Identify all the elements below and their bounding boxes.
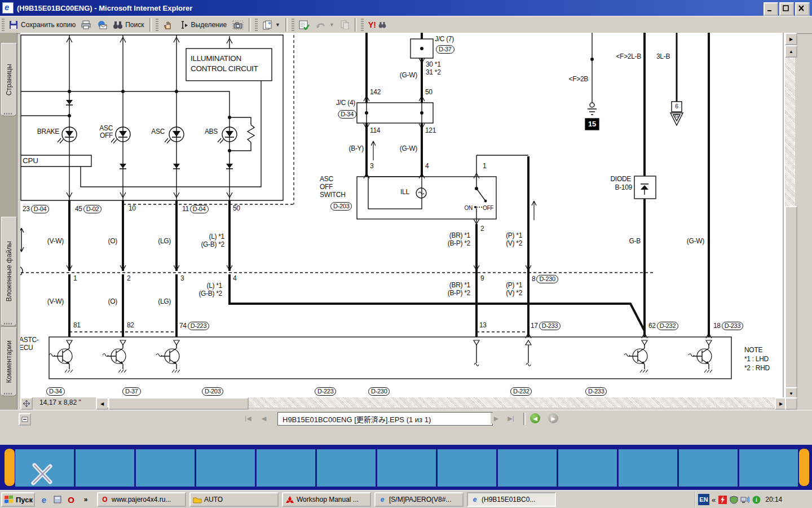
diagram-label: (L) *1 — [209, 233, 224, 240]
save-copy-button[interactable]: Сохранить копию — [6, 19, 78, 31]
email-button[interactable] — [94, 19, 110, 31]
taskbar-button[interactable]: Workshop Manual ... — [282, 492, 371, 507]
diagram-label: (LG) — [158, 238, 171, 245]
select-text-button[interactable]: Выделение — [176, 19, 230, 31]
taskbar-button[interactable]: AUTO — [189, 492, 279, 507]
tray-info-icon[interactable]: i — [752, 495, 761, 504]
quicklaunch-overflow-chevron[interactable]: » — [80, 494, 91, 505]
filmstrip-tile[interactable] — [317, 449, 376, 487]
mini-binoculars-icon — [378, 21, 386, 28]
diagram-label: 3 — [370, 163, 373, 170]
next-page-button[interactable]: ▶ — [491, 413, 502, 424]
pane-split-button[interactable]: ▶ — [785, 33, 797, 45]
diagram-label: D-233 — [584, 387, 607, 396]
filmstrip-tile[interactable] — [15, 449, 74, 487]
diagram-label: G — [675, 113, 678, 119]
diagram-label: 1 — [483, 163, 486, 170]
diagram-label: ON — [465, 204, 473, 212]
filmstrip-tile[interactable] — [257, 449, 315, 487]
yahoo-icon: Y! — [368, 20, 376, 29]
tray-shield-icon[interactable] — [729, 495, 738, 504]
diagram-label: OFF — [483, 204, 493, 212]
diagram-label: OFF — [320, 183, 333, 191]
scroll-up-button[interactable]: ▲ — [785, 45, 797, 58]
connector-pill: D-233 — [539, 322, 561, 330]
print-button[interactable] — [78, 19, 94, 31]
floppy-icon — [9, 20, 19, 29]
diagram-label: D-232 — [509, 387, 532, 396]
diagram-label: 11D-04 — [182, 205, 209, 213]
yahoo-search-button[interactable]: Y! — [365, 19, 389, 31]
document-title-field[interactable]: H9B15E01BC00ENG [更新済み].EPS (1 из 1) — [277, 412, 493, 426]
wiring-diagram — [20, 33, 785, 397]
diagram-label: (O) — [108, 238, 117, 245]
diagram-label: (V) *2 — [506, 240, 522, 247]
maximize-button[interactable] — [779, 2, 794, 16]
connector-pill: D-223 — [188, 322, 209, 330]
filmstrip-tile[interactable] — [196, 449, 255, 487]
dropdown-caret: ▼ — [329, 22, 334, 28]
taskbar-button[interactable]: Owww.pajero4x4.ru... — [97, 492, 186, 507]
taskbar-button[interactable]: e(H9B15E01BC0... — [467, 492, 556, 507]
previous-page-button[interactable]: ◀ — [258, 413, 270, 424]
sidebar-tab-comments[interactable]: Комментарии — [1, 327, 17, 396]
diagram-label: BRAKE — [37, 128, 59, 135]
diagram-label: *1 : LHD — [744, 356, 769, 363]
diagram-label: J/C (7) — [435, 36, 454, 43]
next-view-button[interactable]: ▶ — [548, 413, 558, 423]
page-display-button[interactable]: ▼ — [259, 19, 283, 32]
minimize-button[interactable] — [764, 2, 778, 16]
vertical-scroll-thumb[interactable] — [785, 206, 797, 389]
diagram-label: D-230 — [367, 387, 390, 396]
first-page-button[interactable]: |◀ — [242, 413, 254, 424]
filmstrip-tile[interactable] — [558, 449, 617, 487]
search-button[interactable]: Поиск — [110, 19, 147, 31]
last-page-button[interactable]: ▶| — [505, 413, 517, 424]
diagram-label: G-B — [629, 238, 641, 245]
filmstrip-tile[interactable] — [136, 449, 195, 487]
filmstrip-left-cap — [5, 449, 15, 486]
filmstrip-tile[interactable] — [438, 449, 496, 487]
quicklaunch-opera-icon[interactable]: O — [65, 494, 77, 505]
horizontal-scroll-thumb[interactable] — [108, 397, 249, 410]
filmstrip-tile[interactable] — [76, 449, 134, 487]
diagram-label: D-34 — [45, 387, 65, 396]
filmstrip-tile[interactable] — [679, 449, 738, 487]
taskbar-button[interactable]: e[S/M]PAJERO(V8#... — [374, 492, 464, 507]
filmstrip-tile[interactable] — [377, 449, 436, 487]
diagram-label: (LG) — [158, 298, 171, 305]
taskbar-button-label: www.pajero4x4.ru... — [112, 496, 171, 503]
sidebar-tab-pages[interactable]: Страницы — [1, 43, 17, 116]
filmstrip-tile[interactable] — [498, 449, 557, 487]
filmstrip-tile[interactable] — [619, 449, 677, 487]
quicklaunch-ie-icon[interactable]: e — [38, 494, 50, 505]
tray-flash-icon[interactable] — [718, 495, 727, 504]
pan-button[interactable] — [20, 397, 33, 410]
filmstrip-tile[interactable] — [739, 449, 798, 487]
copy-pages-button[interactable] — [337, 19, 352, 31]
text-select-icon — [179, 20, 189, 29]
start-button[interactable]: Пуск — [1, 492, 35, 507]
language-indicator[interactable]: EN — [698, 494, 709, 505]
tray-network-icon[interactable] — [740, 495, 749, 504]
undo-button[interactable]: ▼ — [312, 19, 337, 31]
document-page[interactable]: ILLUMINATIONCONTROL CIRCUITBRAKEASCOFFAS… — [20, 33, 785, 397]
diagram-label: *2 : RHD — [744, 365, 770, 372]
toolbar-grip — [2, 19, 5, 31]
pane-toggle-button[interactable] — [19, 413, 31, 426]
previous-view-button[interactable]: ◀ — [530, 413, 540, 423]
close-button[interactable] — [795, 2, 810, 16]
spellcheck-button[interactable] — [296, 19, 312, 32]
quicklaunch-app-icon[interactable] — [52, 494, 63, 505]
connector-pill: D-203 — [330, 202, 352, 211]
tray-chevron[interactable]: « — [712, 496, 716, 504]
hand-tool-button[interactable] — [160, 19, 176, 32]
filmstrip-banner — [0, 445, 812, 490]
sidebar-tab-attachments[interactable]: Вложенные файлы — [1, 217, 17, 326]
connector-pill: D-34 — [46, 387, 65, 396]
diagram-label: (G-W) — [400, 145, 417, 152]
snapshot-button[interactable] — [230, 19, 246, 32]
navigation-pane-strip: Страницы Вложенные файлы Комментарии — [0, 33, 17, 427]
scroll-left-button[interactable]: ◀ — [96, 397, 108, 410]
diagram-label: D-37 — [121, 387, 141, 396]
